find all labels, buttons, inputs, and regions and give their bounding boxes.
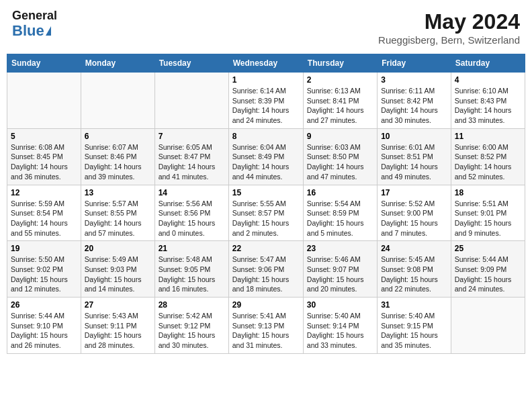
cell-details: Sunrise: 5:59 AM Sunset: 8:54 PM Dayligh… <box>11 199 77 238</box>
page-header: General Blue May 2024 Rueggisberg, Bern,… <box>7 7 525 48</box>
calendar-cell: 13Sunrise: 5:57 AM Sunset: 8:55 PM Dayli… <box>81 185 154 241</box>
cell-details: Sunrise: 5:56 AM Sunset: 8:56 PM Dayligh… <box>159 199 225 238</box>
calendar-week-4: 19Sunrise: 5:50 AM Sunset: 9:02 PM Dayli… <box>7 241 525 298</box>
calendar-cell: 17Sunrise: 5:52 AM Sunset: 9:00 PM Dayli… <box>378 185 451 241</box>
calendar-cell: 15Sunrise: 5:55 AM Sunset: 8:57 PM Dayli… <box>228 185 303 241</box>
calendar-cell: 25Sunrise: 5:44 AM Sunset: 9:09 PM Dayli… <box>451 241 525 298</box>
calendar-cell: 16Sunrise: 5:54 AM Sunset: 8:59 PM Dayli… <box>303 185 377 241</box>
logo: General Blue <box>12 9 57 39</box>
cell-details: Sunrise: 6:08 AM Sunset: 8:45 PM Dayligh… <box>11 142 77 182</box>
cell-details: Sunrise: 5:54 AM Sunset: 8:59 PM Dayligh… <box>307 199 373 238</box>
cell-details: Sunrise: 5:44 AM Sunset: 9:10 PM Dayligh… <box>11 311 77 351</box>
cell-details: Sunrise: 6:05 AM Sunset: 8:47 PM Dayligh… <box>159 142 225 182</box>
day-number: 26 <box>11 300 77 310</box>
calendar-cell: 23Sunrise: 5:46 AM Sunset: 9:07 PM Dayli… <box>303 241 377 298</box>
cell-details: Sunrise: 5:42 AM Sunset: 9:12 PM Dayligh… <box>159 311 225 351</box>
calendar-cell <box>451 298 525 354</box>
weekday-header-monday: Monday <box>81 54 154 73</box>
cell-details: Sunrise: 5:57 AM Sunset: 8:55 PM Dayligh… <box>85 199 151 238</box>
day-number: 8 <box>232 132 300 141</box>
calendar-cell: 11Sunrise: 6:00 AM Sunset: 8:52 PM Dayli… <box>451 128 525 185</box>
cell-details: Sunrise: 5:52 AM Sunset: 9:00 PM Dayligh… <box>381 199 447 238</box>
cell-details: Sunrise: 5:40 AM Sunset: 9:15 PM Dayligh… <box>381 311 447 351</box>
weekday-header-friday: Friday <box>378 54 451 73</box>
calendar-cell <box>81 73 154 129</box>
calendar-cell: 14Sunrise: 5:56 AM Sunset: 8:56 PM Dayli… <box>154 185 228 241</box>
day-number: 23 <box>307 244 373 253</box>
calendar-cell <box>154 73 228 129</box>
cell-details: Sunrise: 5:49 AM Sunset: 9:03 PM Dayligh… <box>85 255 151 294</box>
calendar-cell: 8Sunrise: 6:04 AM Sunset: 8:49 PM Daylig… <box>228 128 303 185</box>
day-number: 15 <box>232 188 300 197</box>
calendar-cell: 24Sunrise: 5:45 AM Sunset: 9:08 PM Dayli… <box>378 241 451 298</box>
day-number: 9 <box>307 132 373 141</box>
calendar-cell: 28Sunrise: 5:42 AM Sunset: 9:12 PM Dayli… <box>154 298 228 354</box>
calendar-week-1: 1Sunrise: 6:14 AM Sunset: 8:39 PM Daylig… <box>7 73 525 129</box>
calendar-cell: 26Sunrise: 5:44 AM Sunset: 9:10 PM Dayli… <box>7 298 81 354</box>
day-number: 19 <box>11 244 77 253</box>
calendar-week-2: 5Sunrise: 6:08 AM Sunset: 8:45 PM Daylig… <box>7 128 525 185</box>
calendar-cell: 22Sunrise: 5:47 AM Sunset: 9:06 PM Dayli… <box>228 241 303 298</box>
day-number: 7 <box>159 132 225 141</box>
day-number: 27 <box>85 300 151 310</box>
day-number: 17 <box>381 188 447 197</box>
calendar-cell: 1Sunrise: 6:14 AM Sunset: 8:39 PM Daylig… <box>228 73 303 129</box>
cell-details: Sunrise: 5:41 AM Sunset: 9:13 PM Dayligh… <box>232 311 300 351</box>
cell-details: Sunrise: 6:01 AM Sunset: 8:51 PM Dayligh… <box>381 142 447 182</box>
location-subtitle: Rueggisberg, Bern, Switzerland <box>378 34 520 46</box>
cell-details: Sunrise: 6:03 AM Sunset: 8:50 PM Dayligh… <box>307 142 373 182</box>
day-number: 28 <box>159 300 225 310</box>
day-number: 11 <box>455 132 521 141</box>
calendar-cell: 9Sunrise: 6:03 AM Sunset: 8:50 PM Daylig… <box>303 128 377 185</box>
logo-triangle-icon <box>46 26 51 36</box>
day-number: 10 <box>381 132 447 141</box>
calendar-cell: 4Sunrise: 6:10 AM Sunset: 8:43 PM Daylig… <box>451 73 525 129</box>
weekday-header-thursday: Thursday <box>303 54 377 73</box>
weekday-header-wednesday: Wednesday <box>228 54 303 73</box>
calendar-cell: 6Sunrise: 6:07 AM Sunset: 8:46 PM Daylig… <box>81 128 154 185</box>
cell-details: Sunrise: 6:10 AM Sunset: 8:43 PM Dayligh… <box>455 86 521 126</box>
calendar-cell: 10Sunrise: 6:01 AM Sunset: 8:51 PM Dayli… <box>378 128 451 185</box>
cell-details: Sunrise: 5:43 AM Sunset: 9:11 PM Dayligh… <box>85 311 151 351</box>
cell-details: Sunrise: 5:40 AM Sunset: 9:14 PM Dayligh… <box>307 311 373 351</box>
weekday-header-row: SundayMondayTuesdayWednesdayThursdayFrid… <box>7 54 525 73</box>
calendar-cell: 2Sunrise: 6:13 AM Sunset: 8:41 PM Daylig… <box>303 73 377 129</box>
calendar-cell: 29Sunrise: 5:41 AM Sunset: 9:13 PM Dayli… <box>228 298 303 354</box>
calendar-table: SundayMondayTuesdayWednesdayThursdayFrid… <box>7 54 525 354</box>
calendar-cell: 20Sunrise: 5:49 AM Sunset: 9:03 PM Dayli… <box>81 241 154 298</box>
calendar-week-5: 26Sunrise: 5:44 AM Sunset: 9:10 PM Dayli… <box>7 298 525 354</box>
day-number: 4 <box>455 75 521 85</box>
calendar-cell: 19Sunrise: 5:50 AM Sunset: 9:02 PM Dayli… <box>7 241 81 298</box>
day-number: 3 <box>381 75 447 85</box>
calendar-cell <box>7 73 81 129</box>
cell-details: Sunrise: 6:04 AM Sunset: 8:49 PM Dayligh… <box>232 142 300 182</box>
cell-details: Sunrise: 5:48 AM Sunset: 9:05 PM Dayligh… <box>159 255 225 294</box>
weekday-header-tuesday: Tuesday <box>154 54 228 73</box>
cell-details: Sunrise: 5:47 AM Sunset: 9:06 PM Dayligh… <box>232 255 300 294</box>
calendar-cell: 21Sunrise: 5:48 AM Sunset: 9:05 PM Dayli… <box>154 241 228 298</box>
calendar-cell: 18Sunrise: 5:51 AM Sunset: 9:01 PM Dayli… <box>451 185 525 241</box>
day-number: 2 <box>307 75 373 85</box>
calendar-cell: 12Sunrise: 5:59 AM Sunset: 8:54 PM Dayli… <box>7 185 81 241</box>
cell-details: Sunrise: 6:14 AM Sunset: 8:39 PM Dayligh… <box>232 86 300 126</box>
day-number: 30 <box>307 300 373 310</box>
cell-details: Sunrise: 5:50 AM Sunset: 9:02 PM Dayligh… <box>11 255 77 294</box>
day-number: 31 <box>381 300 447 310</box>
cell-details: Sunrise: 5:55 AM Sunset: 8:57 PM Dayligh… <box>232 199 300 238</box>
cell-details: Sunrise: 5:45 AM Sunset: 9:08 PM Dayligh… <box>381 255 447 294</box>
cell-details: Sunrise: 6:07 AM Sunset: 8:46 PM Dayligh… <box>85 142 151 182</box>
day-number: 5 <box>11 132 77 141</box>
day-number: 12 <box>11 188 77 197</box>
cell-details: Sunrise: 6:11 AM Sunset: 8:42 PM Dayligh… <box>381 86 447 126</box>
calendar-cell: 27Sunrise: 5:43 AM Sunset: 9:11 PM Dayli… <box>81 298 154 354</box>
day-number: 29 <box>232 300 300 310</box>
calendar-cell: 3Sunrise: 6:11 AM Sunset: 8:42 PM Daylig… <box>378 73 451 129</box>
title-block: May 2024 Rueggisberg, Bern, Switzerland <box>378 9 520 46</box>
day-number: 18 <box>455 188 521 197</box>
calendar-cell: 7Sunrise: 6:05 AM Sunset: 8:47 PM Daylig… <box>154 128 228 185</box>
calendar-cell: 30Sunrise: 5:40 AM Sunset: 9:14 PM Dayli… <box>303 298 377 354</box>
cell-details: Sunrise: 6:13 AM Sunset: 8:41 PM Dayligh… <box>307 86 373 126</box>
day-number: 1 <box>232 75 300 85</box>
day-number: 16 <box>307 188 373 197</box>
logo-general-text: General <box>12 9 57 23</box>
